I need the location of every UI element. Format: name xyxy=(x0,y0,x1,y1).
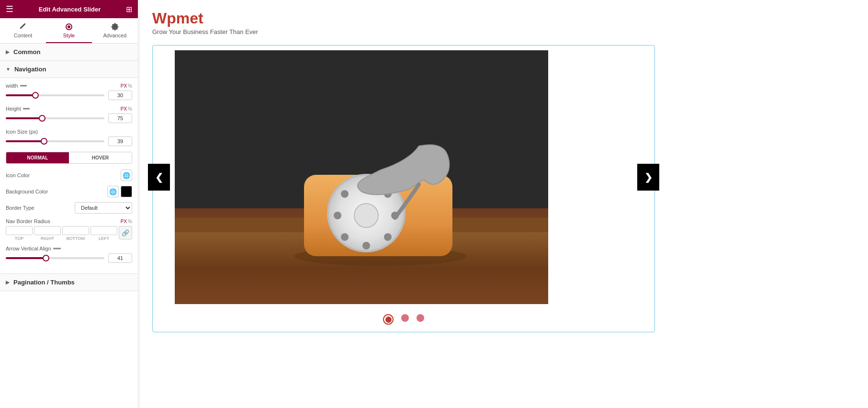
svg-rect-4 xyxy=(53,248,61,249)
icon-color-field: Icon Color 🌐 xyxy=(6,170,132,181)
dot-3[interactable] xyxy=(417,314,424,322)
br-unit-pct[interactable]: % xyxy=(128,219,132,224)
width-unit-pct[interactable]: % xyxy=(128,83,132,89)
state-tab-hover[interactable]: HOVER xyxy=(69,152,132,163)
arrow-align-icon xyxy=(53,246,61,251)
width-label: width xyxy=(6,83,27,89)
width-input[interactable] xyxy=(108,91,132,100)
common-label: Common xyxy=(13,48,40,56)
next-arrow-button[interactable]: ❯ xyxy=(637,164,659,191)
arrow-align-input[interactable] xyxy=(108,253,132,263)
dot-2[interactable] xyxy=(401,314,409,322)
br-bottom-input[interactable] xyxy=(62,226,89,235)
slider-dots xyxy=(158,312,650,327)
br-right-wrap: RIGHT xyxy=(34,226,61,241)
icon-size-field-row: Icon Size (px) xyxy=(6,129,132,135)
nav-border-radius-field: Nav Border Radius PX % TOP RIGHT xyxy=(6,218,132,241)
border-type-select[interactable]: Default None Solid Dashed Dotted Double xyxy=(75,202,132,214)
grid-icon[interactable]: ⊞ xyxy=(126,5,132,14)
common-arrow: ▶ xyxy=(6,49,10,55)
svg-point-1 xyxy=(68,25,70,28)
width-slider-row xyxy=(6,91,132,100)
width-field-row: width PX % xyxy=(6,83,132,89)
arrow-vertical-align-field: Arrow Vertical Align xyxy=(6,246,132,263)
arrow-align-slider-thumb[interactable] xyxy=(43,255,49,261)
icon-color-global[interactable]: 🌐 xyxy=(121,170,132,181)
bg-color-global[interactable]: 🌐 xyxy=(107,186,119,197)
height-field-row: Height PX % xyxy=(6,106,132,112)
tab-style-label: Style xyxy=(63,33,75,38)
height-slider-thumb[interactable] xyxy=(39,115,45,122)
sidebar-title: Edit Advanced Slider xyxy=(13,6,126,13)
pagination-label: Pagination / Thumbs xyxy=(13,279,75,286)
tab-advanced[interactable]: Advanced xyxy=(92,18,138,43)
pagination-arrow: ▶ xyxy=(6,280,10,285)
border-radius-label: Nav Border Radius xyxy=(6,218,50,224)
tab-advanced-label: Advanced xyxy=(103,33,127,38)
icon-size-slider-thumb[interactable] xyxy=(41,138,47,145)
height-label: Height xyxy=(6,106,30,112)
border-type-label: Border Type xyxy=(6,205,34,211)
sidebar-content: ▶ Common ▼ Navigation width PX % xyxy=(0,44,138,408)
width-icon xyxy=(20,83,27,88)
width-unit-px[interactable]: PX xyxy=(121,83,127,89)
br-bottom-wrap: BOTTOM xyxy=(62,226,89,241)
icon-size-slider-fill xyxy=(6,140,44,142)
nav-arrow-icon: ▼ xyxy=(6,67,11,72)
bg-color-swatch[interactable] xyxy=(121,186,132,197)
nav-label: Navigation xyxy=(14,66,46,73)
sidebar-tabs: Content Style Advanced xyxy=(0,18,138,44)
br-right-input[interactable] xyxy=(34,226,61,235)
br-bottom-label: BOTTOM xyxy=(67,236,85,241)
br-link-button[interactable]: 🔗 xyxy=(119,226,132,239)
border-type-field: Border Type Default None Solid Dashed Do… xyxy=(6,202,132,214)
arrow-align-header: Arrow Vertical Align xyxy=(6,246,132,251)
br-unit-px[interactable]: PX xyxy=(121,219,127,224)
icon-size-slider-track[interactable] xyxy=(6,140,104,142)
sidebar-header: ☰ Edit Advanced Slider ⊞ xyxy=(0,0,138,18)
height-slider-track[interactable] xyxy=(6,117,104,119)
height-units: PX % xyxy=(121,106,132,112)
width-slider-thumb[interactable] xyxy=(32,92,39,99)
arrow-align-slider-track[interactable] xyxy=(6,257,104,259)
icon-size-input[interactable] xyxy=(108,136,132,146)
svg-point-16 xyxy=(334,212,341,219)
menu-icon[interactable]: ☰ xyxy=(6,4,13,14)
br-left-wrap: LEFT xyxy=(90,226,117,241)
border-radius-units: PX % xyxy=(121,219,132,224)
height-slider-fill xyxy=(6,117,42,119)
section-common[interactable]: ▶ Common xyxy=(0,44,138,61)
br-right-label: RIGHT xyxy=(41,236,54,241)
state-tab-normal[interactable]: NORMAL xyxy=(6,152,69,163)
br-left-input[interactable] xyxy=(90,226,117,235)
svg-rect-3 xyxy=(23,108,30,110)
width-units: PX % xyxy=(121,83,132,89)
main-content: Wpmet Grow Your Business Faster Than Eve… xyxy=(138,0,868,408)
slider-image-area xyxy=(175,50,632,304)
background-color-field: Background Color 🌐 xyxy=(6,186,132,197)
svg-point-17 xyxy=(341,190,349,198)
width-slider-track[interactable] xyxy=(6,94,104,96)
tab-content-label: Content xyxy=(14,33,33,38)
height-unit-pct[interactable]: % xyxy=(128,106,132,112)
prev-arrow-button[interactable]: ❮ xyxy=(148,164,170,191)
svg-point-13 xyxy=(384,233,392,241)
border-radius-inputs: TOP RIGHT BOTTOM LEFT 🔗 xyxy=(6,226,132,241)
height-icon xyxy=(23,106,30,111)
arrow-align-slider-row xyxy=(6,253,132,263)
pencil-icon xyxy=(19,23,27,31)
sidebar: ☰ Edit Advanced Slider ⊞ Content Style A… xyxy=(0,0,138,408)
phone-svg xyxy=(175,50,548,304)
section-navigation[interactable]: ▼ Navigation xyxy=(0,61,138,78)
tab-content[interactable]: Content xyxy=(0,18,46,43)
br-left-label: LEFT xyxy=(99,236,109,241)
height-input[interactable] xyxy=(108,113,132,123)
dot-1[interactable] xyxy=(383,314,394,325)
height-unit-px[interactable]: PX xyxy=(121,106,127,112)
tab-style[interactable]: Style xyxy=(46,18,92,43)
width-slider-fill xyxy=(6,94,35,96)
br-top-input[interactable] xyxy=(6,226,33,235)
navigation-fields: width PX % Height xyxy=(0,78,138,273)
section-pagination[interactable]: ▶ Pagination / Thumbs xyxy=(0,274,138,291)
state-tabs: NORMAL HOVER xyxy=(6,152,132,164)
